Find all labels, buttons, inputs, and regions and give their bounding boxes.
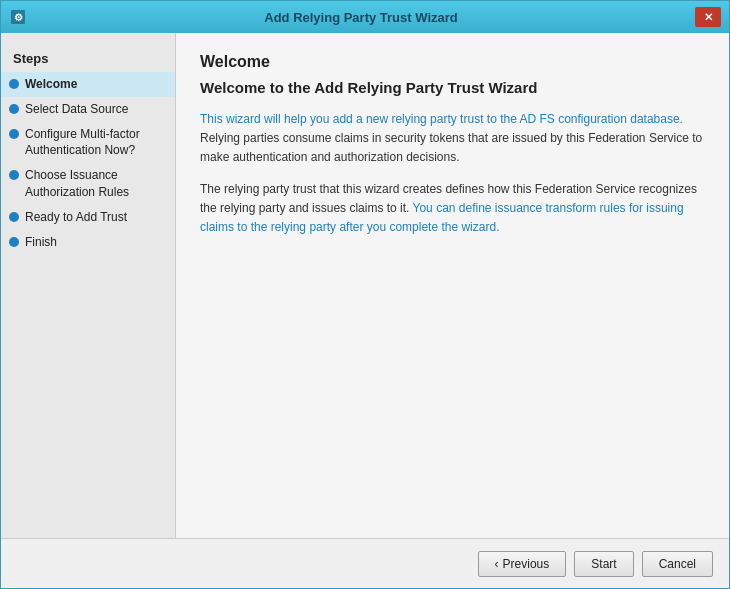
start-button[interactable]: Start: [574, 551, 633, 577]
previous-label: Previous: [503, 557, 550, 571]
step-indicator-welcome: [9, 79, 19, 89]
close-button[interactable]: ✕: [695, 7, 721, 27]
paragraph-2: The relying party trust that this wizard…: [200, 180, 705, 238]
step-indicator-configure-multifactor: [9, 129, 19, 139]
title-bar: ⚙ Add Relying Party Trust Wizard ✕: [1, 1, 729, 33]
footer: ‹ Previous Start Cancel: [1, 538, 729, 588]
svg-text:⚙: ⚙: [14, 12, 23, 23]
sidebar: Steps Welcome Select Data Source Configu…: [1, 33, 176, 538]
main-title: Welcome to the Add Relying Party Trust W…: [200, 79, 705, 96]
sidebar-item-finish[interactable]: Finish: [1, 230, 175, 255]
step-indicator-select-data-source: [9, 104, 19, 114]
sidebar-label-select-data-source: Select Data Source: [25, 101, 128, 118]
paragraph-1: This wizard will help you add a new rely…: [200, 110, 705, 168]
sidebar-label-configure-multifactor: Configure Multi-factor Authentication No…: [25, 126, 167, 160]
main-body: This wizard will help you add a new rely…: [200, 110, 705, 237]
window-body: Steps Welcome Select Data Source Configu…: [1, 33, 729, 588]
window-title: Add Relying Party Trust Wizard: [27, 10, 695, 25]
wizard-window: ⚙ Add Relying Party Trust Wizard ✕ Steps…: [0, 0, 730, 589]
window-controls: ✕: [695, 7, 721, 27]
cancel-label: Cancel: [659, 557, 696, 571]
paragraph-1-highlighted: This wizard will help you add a new rely…: [200, 112, 683, 126]
step-indicator-choose-issuance: [9, 170, 19, 180]
content-area: Steps Welcome Select Data Source Configu…: [1, 33, 729, 538]
window-icon: ⚙: [9, 8, 27, 26]
sidebar-heading: Steps: [1, 43, 175, 72]
sidebar-item-configure-multifactor[interactable]: Configure Multi-factor Authentication No…: [1, 122, 175, 164]
sidebar-label-choose-issuance: Choose Issuance Authorization Rules: [25, 167, 167, 201]
start-label: Start: [591, 557, 616, 571]
previous-arrow: ‹: [495, 557, 499, 571]
main-content: Welcome Welcome to the Add Relying Party…: [176, 33, 729, 538]
sidebar-label-finish: Finish: [25, 234, 57, 251]
sidebar-item-select-data-source[interactable]: Select Data Source: [1, 97, 175, 122]
page-header: Welcome: [200, 53, 705, 71]
sidebar-item-choose-issuance[interactable]: Choose Issuance Authorization Rules: [1, 163, 175, 205]
sidebar-item-ready-to-add[interactable]: Ready to Add Trust: [1, 205, 175, 230]
sidebar-item-welcome[interactable]: Welcome: [1, 72, 175, 97]
step-indicator-finish: [9, 237, 19, 247]
paragraph-1-text: Relying parties consume claims in securi…: [200, 131, 702, 164]
cancel-button[interactable]: Cancel: [642, 551, 713, 577]
step-indicator-ready-to-add: [9, 212, 19, 222]
previous-button[interactable]: ‹ Previous: [478, 551, 567, 577]
sidebar-label-welcome: Welcome: [25, 76, 77, 93]
sidebar-label-ready-to-add: Ready to Add Trust: [25, 209, 127, 226]
